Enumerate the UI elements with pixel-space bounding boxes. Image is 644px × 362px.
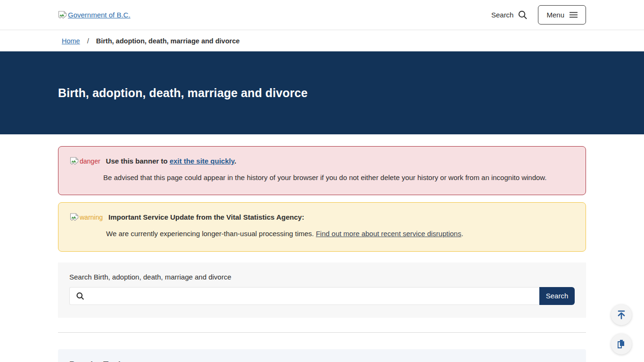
breadcrumb: Home / Birth, adoption, death, marriage … (0, 30, 644, 51)
arrow-up-icon (616, 310, 627, 320)
broken-image-icon (58, 11, 67, 19)
copy-pages-icon (616, 339, 627, 349)
menu-button-label: Menu (546, 11, 564, 19)
section-divider (58, 332, 586, 333)
search-submit-button[interactable]: Search (539, 287, 575, 305)
search-input-wrapper (69, 287, 539, 305)
breadcrumb-separator: / (87, 37, 89, 45)
danger-alert-body: Be advised that this page could appear i… (70, 173, 574, 182)
page-title: Birth, adoption, death, marriage and div… (58, 51, 586, 100)
popular-topics-heading: Popular Topics (69, 360, 575, 362)
popular-topics-card: Popular Topics (58, 349, 586, 362)
warning-alert-lead: Important Service Update from the Vital … (108, 213, 304, 221)
warning-body-prefix: We are currently experiencing longer-tha… (106, 230, 316, 238)
topic-search-section: Search Birth, adoption, death, marriage … (58, 263, 586, 318)
search-input-icon (76, 292, 84, 300)
header-search-label: Search (491, 11, 514, 19)
main-content: danger Use this banner to exit the site … (58, 134, 586, 362)
danger-lead-suffix: . (234, 157, 236, 165)
warning-icon-alt-text: warning (80, 214, 103, 221)
menu-button[interactable]: Menu (538, 5, 586, 25)
hero-banner: Birth, adoption, death, marriage and div… (0, 51, 644, 134)
exit-site-danger-alert: danger Use this banner to exit the site … (58, 146, 586, 195)
gov-bc-logo-link[interactable]: Government of B.C. (58, 11, 131, 19)
danger-alert-lead: Use this banner to exit the site quickly… (106, 157, 236, 165)
danger-lead-prefix: Use this banner to (106, 157, 170, 165)
hamburger-icon (570, 12, 578, 18)
warning-broken-image-icon: warning (70, 213, 103, 221)
search-input[interactable] (84, 288, 539, 304)
service-update-warning-alert: warning Important Service Update from th… (58, 202, 586, 251)
search-icon (518, 10, 528, 20)
copy-contents-button[interactable] (611, 334, 632, 354)
exit-site-quickly-link[interactable]: exit the site quickly (170, 157, 234, 165)
danger-broken-image-icon: danger (70, 157, 100, 165)
topic-search-label: Search Birth, adoption, death, marriage … (69, 273, 575, 281)
danger-icon-alt-text: danger (80, 157, 100, 165)
back-to-top-button[interactable] (611, 304, 632, 325)
site-header: Government of B.C. Search Menu (0, 0, 644, 30)
breadcrumb-current-page: Birth, adoption, death, marriage and div… (96, 37, 240, 45)
warning-body-suffix: . (461, 230, 463, 238)
warning-alert-body: We are currently experiencing longer-tha… (70, 229, 574, 239)
service-disruptions-link[interactable]: Find out more about recent service disru… (316, 230, 462, 238)
breadcrumb-home-link[interactable]: Home (62, 37, 80, 45)
header-search-toggle[interactable]: Search (491, 10, 528, 20)
logo-alt-text: Government of B.C. (68, 11, 131, 19)
